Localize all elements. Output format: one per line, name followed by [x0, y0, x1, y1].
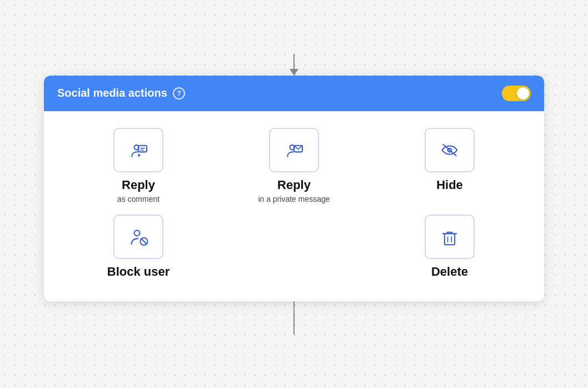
action-delete[interactable]: Delete: [377, 215, 522, 279]
block-user-icon-box: [113, 215, 163, 259]
connector-top-line: [293, 54, 295, 69]
reply-pm-label: Reply: [277, 178, 311, 192]
delete-label: Delete: [431, 265, 468, 279]
hide-label: Hide: [436, 178, 463, 192]
hide-icon: [438, 139, 461, 161]
action-reply-pm[interactable]: Reply in a private message: [222, 128, 366, 203]
toggle-switch[interactable]: [502, 86, 531, 101]
delete-icon-box: [425, 215, 475, 259]
svg-rect-11: [445, 233, 455, 245]
svg-point-8: [134, 230, 140, 236]
connector-bottom-line: [293, 301, 295, 335]
reply-comment-label: Reply: [122, 178, 155, 192]
action-reply-comment[interactable]: Reply as comment: [66, 128, 211, 203]
help-icon[interactable]: ?: [173, 87, 185, 100]
action-hide[interactable]: Hide: [377, 128, 522, 203]
actions-row-2: Block user: [66, 215, 522, 279]
card-header: Social media actions ?: [44, 76, 544, 111]
action-empty: [222, 215, 366, 279]
flow-container: Social media actions ?: [44, 54, 544, 335]
reply-comment-sublabel: as comment: [117, 195, 160, 203]
card-body: Reply as comment Reply in a privat: [44, 111, 544, 301]
svg-line-10: [141, 238, 147, 244]
block-user-icon: [127, 226, 150, 248]
actions-row-1: Reply as comment Reply in a privat: [66, 128, 522, 203]
block-user-label: Block user: [107, 265, 170, 279]
reply-comment-icon: [127, 139, 150, 161]
reply-pm-icon-box: [269, 128, 319, 172]
reply-pm-sublabel: in a private message: [258, 195, 330, 203]
card-title: Social media actions: [57, 87, 167, 100]
toggle-knob: [517, 87, 529, 100]
card-header-left: Social media actions ?: [57, 87, 185, 100]
reply-comment-icon-box: [113, 128, 163, 172]
social-media-actions-card: Social media actions ?: [44, 76, 544, 301]
reply-pm-icon: [283, 139, 305, 161]
delete-icon: [438, 226, 461, 248]
action-block-user[interactable]: Block user: [66, 215, 211, 279]
hide-icon-box: [425, 128, 475, 172]
arrow-down-icon: [290, 69, 298, 76]
